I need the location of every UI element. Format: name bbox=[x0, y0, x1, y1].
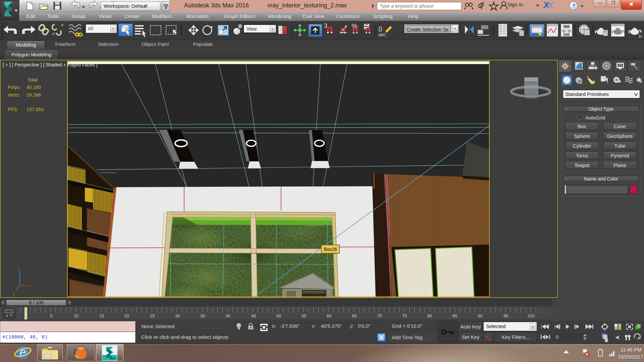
svg-text:ABC: ABC bbox=[378, 33, 386, 37]
svg-text:FRONT: FRONT bbox=[526, 81, 537, 85]
svg-text:MAX: MAX bbox=[110, 357, 116, 360]
svg-text:X: X bbox=[547, 0, 554, 10]
svg-text:y: y bbox=[13, 291, 15, 296]
svg-text:z: z bbox=[17, 266, 20, 271]
svg-text:Box26: Box26 bbox=[324, 247, 337, 252]
svg-text:❄: ❄ bbox=[52, 32, 55, 36]
svg-text:❄: ❄ bbox=[61, 23, 64, 27]
svg-text:3: 3 bbox=[324, 22, 327, 29]
svg-text:{}: {} bbox=[378, 25, 382, 32]
svg-text:x: x bbox=[32, 285, 34, 290]
